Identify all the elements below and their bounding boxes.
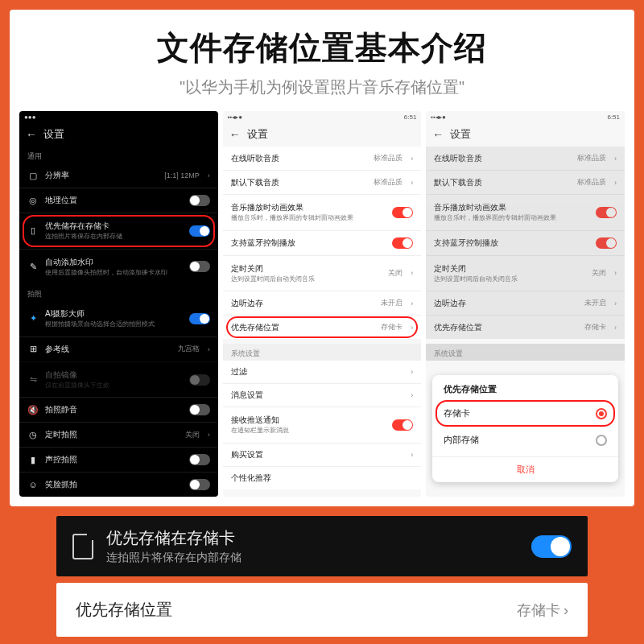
toggle[interactable] [189, 313, 210, 324]
location-icon: ◎ [27, 195, 39, 206]
row-push[interactable]: 接收推送通知在通知栏显示新消息 [223, 407, 422, 443]
chevron-right-icon: › [411, 269, 413, 277]
toggle[interactable] [392, 207, 413, 218]
option-sd-card[interactable]: 存储卡 [432, 400, 618, 427]
chevron-right-icon: › [411, 324, 413, 332]
option-internal[interactable]: 内部存储 [432, 427, 618, 453]
detail-storage-location[interactable]: 优先存储位置 存储卡 › [56, 583, 588, 637]
row-download-quality[interactable]: 默认下载音质 标准品质› [223, 170, 422, 194]
watermark-icon: ✎ [27, 261, 39, 272]
row-cache: 边听边存未开启› [426, 291, 625, 315]
cancel-button[interactable]: 取消 [432, 456, 618, 477]
row-online-quality[interactable]: 在线听歌音质 标准品质› [223, 147, 422, 170]
toggle[interactable] [189, 479, 210, 490]
topbar: ← 设置 [19, 122, 218, 147]
screen-title: 设置 [43, 127, 64, 142]
radio-selected-icon[interactable] [596, 408, 607, 419]
toggle[interactable] [189, 261, 210, 272]
screenshot-storage-dialog: ▪▪◂▸●6:51 ← 设置 在线听歌音质标准品质› 默认下载音质标准品质› 音… [426, 111, 625, 497]
row-resolution[interactable]: ▢ 分辨率 [1:1] 12MP› [19, 163, 218, 188]
toggle[interactable] [189, 454, 210, 465]
chevron-right-icon: › [411, 391, 413, 399]
row-storage-location: 优先存储位置存储卡› [426, 315, 625, 339]
row-download-quality: 默认下载音质标准品质› [426, 170, 625, 194]
topbar: ← 设置 [223, 122, 422, 147]
voice-icon: ▮ [27, 454, 39, 465]
row-mute[interactable]: 🔇 拍照静音 [19, 397, 218, 422]
row-timer-off[interactable]: 定时关闭达到设置时间后自动关闭音乐 关闭› [223, 255, 422, 291]
mirror-icon: ⇋ [27, 374, 39, 386]
screenshot-camera-settings: ●●● ← 设置 通用 ▢ 分辨率 [1:1] 12MP› ◎ 地理位置 ▯ 优… [19, 111, 218, 497]
toggle[interactable] [189, 225, 210, 237]
toggle[interactable] [189, 195, 210, 206]
chevron-right-icon: › [411, 368, 413, 376]
sd-card-icon [72, 534, 93, 559]
sd-card-icon: ▯ [27, 225, 39, 237]
detail-store-sd: 优先存储在存储卡 连拍照片将保存在内部存储 [56, 516, 588, 576]
mute-icon: 🔇 [27, 404, 39, 415]
chevron-right-icon: › [411, 451, 413, 459]
row-reference[interactable]: ⊞ 参考线 九宫格› [19, 336, 218, 361]
row-watermark[interactable]: ✎ 自动添加水印 使用后置摄像头拍照时，自动添加徕卡水印 [19, 249, 218, 285]
row-geo[interactable]: ◎ 地理位置 [19, 188, 218, 213]
ai-icon: ✦ [27, 313, 39, 324]
row-timer[interactable]: ◷ 定时拍照 关闭› [19, 422, 218, 447]
chevron-right-icon: › [411, 155, 413, 163]
row-storage-location[interactable]: 优先存储位置 存储卡› [223, 315, 422, 339]
row-personal[interactable]: 个性化推荐 [223, 466, 422, 489]
page-subtitle: "以华为手机为例设置照片音乐存储位置" [18, 76, 626, 98]
row-online-quality: 在线听歌音质标准品质› [426, 147, 625, 170]
row-store-sd[interactable]: ▯ 优先储存在存储卡 连拍照片将保存在内部存储 [19, 213, 218, 249]
row-message[interactable]: 消息设置› [223, 383, 422, 407]
back-icon[interactable]: ← [229, 128, 241, 141]
toggle[interactable] [531, 535, 572, 558]
radio-icon[interactable] [596, 435, 607, 446]
row-mirror[interactable]: ⇋ 自拍镜像 仅在前置摄像头下生效 [19, 361, 218, 398]
status-bar: ▪▪◂▸●6:51 [223, 111, 422, 122]
smile-icon: ☺ [27, 479, 39, 490]
section-system: 系统设置 [223, 344, 422, 361]
timer-icon: ◷ [27, 429, 39, 440]
section-general: 通用 [19, 147, 218, 163]
chevron-right-icon: › [208, 431, 210, 439]
grid-icon: ⊞ [27, 344, 39, 355]
page-title: 文件存储位置基本介绍 [18, 26, 626, 70]
row-bluetooth[interactable]: 支持蓝牙控制播放 [223, 230, 422, 255]
row-ai[interactable]: ✦ AI摄影大师 根据拍摄场景自动选择合适的拍照模式 [19, 301, 218, 336]
chevron-right-icon: › [411, 299, 413, 308]
detail-value: 存储卡 [517, 602, 560, 618]
dialog-title: 优先存储位置 [432, 383, 618, 400]
header: 文件存储位置基本介绍 "以华为手机为例设置照片音乐存储位置" [10, 10, 634, 111]
section-photo: 拍照 [19, 284, 218, 301]
status-bar: ▪▪◂▸●6:51 [426, 111, 625, 122]
toggle[interactable] [189, 404, 210, 415]
row-animation: 音乐播放时动画效果播放音乐时，播放界面的专辑封面动画效果 [426, 194, 625, 230]
toggle [189, 374, 210, 386]
storage-dialog: 优先存储位置 存储卡 内部存储 取消 [432, 375, 618, 482]
row-voice[interactable]: ▮ 声控拍照 [19, 447, 218, 472]
resolution-icon: ▢ [27, 170, 39, 181]
detail-sub: 连拍照片将保存在内部存储 [106, 551, 518, 565]
screen-title: 设置 [450, 127, 471, 142]
chevron-right-icon: › [411, 179, 413, 187]
chevron-right-icon: › [208, 345, 210, 353]
screenshot-music-settings: ▪▪◂▸●6:51 ← 设置 在线听歌音质 标准品质› 默认下载音质 标准品质›… [223, 111, 422, 497]
screen-title: 设置 [247, 127, 268, 142]
status-bar: ●●● [19, 111, 218, 122]
back-icon[interactable]: ← [26, 128, 37, 141]
toggle[interactable] [392, 419, 413, 431]
chevron-right-icon: › [208, 171, 210, 180]
row-cache[interactable]: 边听边存 未开启› [223, 291, 422, 315]
chevron-right-icon: › [564, 602, 568, 618]
detail-label: 优先存储位置 [76, 599, 172, 621]
row-bluetooth: 支持蓝牙控制播放 [426, 230, 625, 255]
detail-title: 优先存储在存储卡 [106, 527, 518, 549]
back-icon: ← [432, 128, 444, 141]
row-timer-off: 定时关闭达到设置时间后自动关闭音乐关闭› [426, 255, 625, 291]
row-animation[interactable]: 音乐播放时动画效果播放音乐时，播放界面的专辑封面动画效果 [223, 194, 422, 230]
topbar: ← 设置 [426, 122, 625, 147]
row-filter[interactable]: 过滤› [223, 361, 422, 383]
toggle[interactable] [392, 237, 413, 249]
row-buy[interactable]: 购买设置› [223, 443, 422, 466]
row-smile[interactable]: ☺ 笑脸抓拍 [19, 472, 218, 497]
